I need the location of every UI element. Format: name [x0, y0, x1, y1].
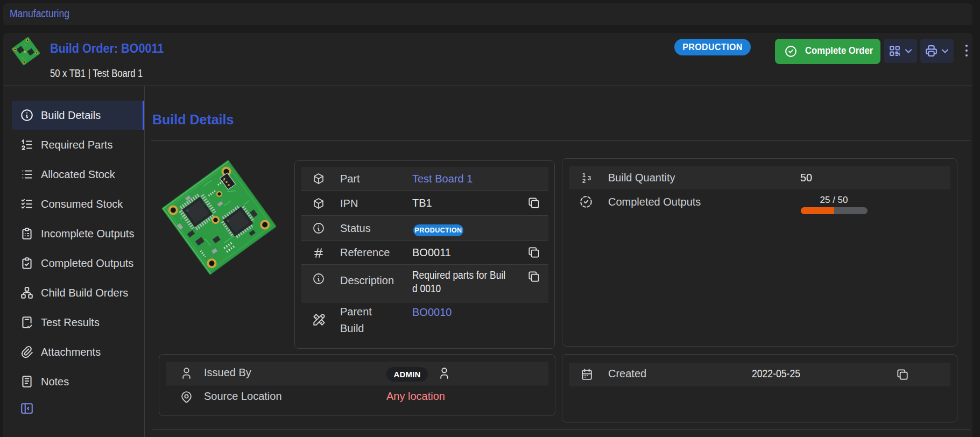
svg-text:2: 2: [582, 178, 586, 184]
svg-text:3: 3: [588, 175, 591, 181]
